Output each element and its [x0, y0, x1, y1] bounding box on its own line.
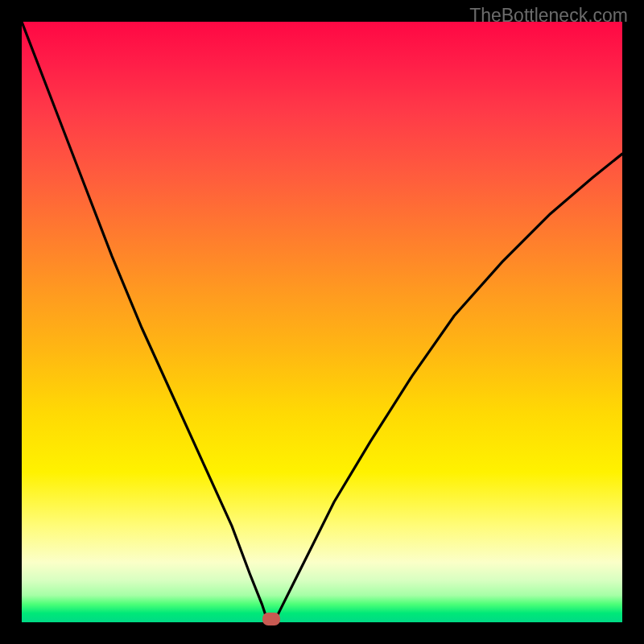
chart-plot-area: [22, 22, 622, 622]
bottleneck-curve: [22, 22, 622, 622]
optimal-point-marker: [262, 613, 280, 625]
watermark-text: TheBottleneck.com: [469, 5, 628, 27]
